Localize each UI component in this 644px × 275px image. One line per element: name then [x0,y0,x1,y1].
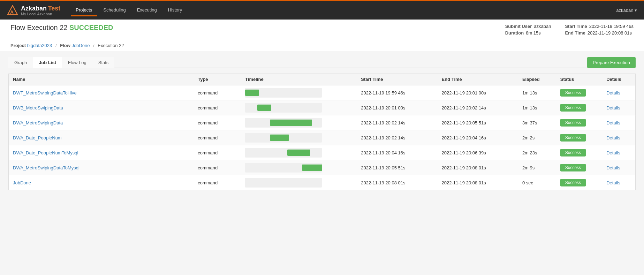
status-badge: Success [560,149,586,156]
job-end-time: 2022-11-19 20:08 01s [438,160,518,175]
table-row: DWA_MetroSwipingDataToMysqlcommand2022-1… [9,160,636,175]
job-end-time: 2022-11-19 20:04 16s [438,130,518,145]
tab-flow-log[interactable]: Flow Log [62,57,92,68]
timeline-container [245,88,322,98]
start-time-row: Start Time 2022-11-19 19:59 46s [565,24,634,29]
job-details-cell: Details [602,85,635,100]
status-badge: Success [560,179,586,186]
details-link[interactable]: Details [606,120,620,125]
project-link[interactable]: bigdata2023 [27,43,52,48]
details-link[interactable]: Details [606,105,620,110]
nav-projects[interactable]: Projects [71,5,97,16]
job-timeline [241,175,357,190]
status-badge: Success [560,164,586,171]
job-name-link[interactable]: DWA_MetroSwipingData [13,120,63,125]
timeline-bar [245,90,259,96]
table-row: DWA_Date_PeopleNumToMysqlcommand2022-11-… [9,145,636,160]
nav-history[interactable]: History [163,5,187,16]
flow-execution-label: Flow Execution 22 [10,24,67,31]
azkaban-logo: A [7,5,18,16]
details-link[interactable]: Details [606,90,620,96]
details-link[interactable]: Details [606,150,620,155]
tab-job-list[interactable]: Job List [33,57,62,68]
timeline-container [245,178,322,188]
start-time-label: Start Time [565,24,587,29]
table-row: DWA_MetroSwipingDatacommand2022-11-19 20… [9,115,636,130]
job-start-time: 2022-11-19 20:02 14s [357,115,437,130]
job-table: Name Type Timeline Start Time End Time E… [8,74,636,190]
flow-link[interactable]: JobDone [71,43,90,48]
col-header-status: Status [556,74,602,85]
breadcrumb: Project bigdata2023 / Flow JobDone / Exe… [0,40,644,51]
brand-env: Test [48,5,61,12]
nav-executing[interactable]: Executing [132,5,162,16]
timeline-bar [270,135,289,141]
status-badge: Success [560,89,586,97]
duration-label: Duration [505,30,524,36]
timeline-container [245,118,322,128]
tab-graph[interactable]: Graph [8,57,33,68]
job-type: command [194,175,241,190]
execution-label: Execution [98,43,118,48]
job-elapsed: 1m 13s [518,100,556,115]
status-badge: Success [560,119,586,127]
job-status: Success [556,100,602,115]
submit-user-value: azkaban [534,24,551,29]
job-elapsed: 2m 9s [518,160,556,175]
brand-sub: My Local Azkaban [21,12,60,16]
timeline-container [245,133,322,143]
execution-num: 22 [119,43,124,48]
details-link[interactable]: Details [606,165,620,170]
brand: A Azkaban Test My Local Azkaban [7,5,60,16]
job-name-link[interactable]: JobDone [13,180,31,185]
job-status: Success [556,160,602,175]
details-link[interactable]: Details [606,180,620,185]
flow-title-section: Flow Execution 22 SUCCEEDED [10,24,113,32]
job-start-time: 2022-11-19 20:05 51s [357,160,437,175]
job-elapsed: 0 sec [518,175,556,190]
timeline-bar [270,120,312,126]
job-name-link[interactable]: DWA_Date_PeopleNum [13,135,62,140]
timeline-container [245,148,322,158]
duration-row: Duration 8m 15s [505,30,551,36]
prepare-execution-button[interactable]: Prepare Execution [587,57,636,68]
col-header-name: Name [9,74,194,85]
submit-user-label: Submit User [505,24,532,29]
job-details-cell: Details [602,100,635,115]
job-name-link[interactable]: DWT_MetroSwipingDataToHive [13,90,77,96]
tabs: Graph Job List Flow Log Stats [8,57,587,68]
job-elapsed: 1m 13s [518,85,556,100]
job-status: Success [556,130,602,145]
job-type: command [194,85,241,100]
job-name-link[interactable]: DWA_Date_PeopleNumToMysql [13,150,78,155]
flow-label: Flow [60,43,70,48]
job-name-link[interactable]: DWB_MetroSwipingData [13,105,63,110]
status-succeeded: SUCCEEDED [69,24,113,31]
timeline-bar [257,105,271,111]
col-header-type: Type [194,74,241,85]
job-type: command [194,130,241,145]
col-header-timeline: Timeline [241,74,357,85]
user-menu[interactable]: azkaban [616,8,637,13]
job-end-time: 2022-11-19 20:06 39s [438,145,518,160]
timeline-container [245,163,322,173]
nav-scheduling[interactable]: Scheduling [98,5,130,16]
details-link[interactable]: Details [606,135,620,140]
status-badge: Success [560,104,586,112]
job-status: Success [556,115,602,130]
status-badge: Success [560,134,586,142]
job-status: Success [556,175,602,190]
col-header-endtime: End Time [438,74,518,85]
submit-user-row: Submit User azkaban [505,24,551,29]
job-type: command [194,145,241,160]
content: Graph Job List Flow Log Stats Prepare Ex… [0,51,644,196]
job-name-link[interactable]: DWA_MetroSwipingDataToMysql [13,165,79,170]
tab-stats[interactable]: Stats [92,57,115,68]
header-bar: Flow Execution 22 SUCCEEDED Submit User … [0,20,644,40]
job-timeline [241,130,357,145]
nav-links: Projects Scheduling Executing History [71,5,616,16]
job-start-time: 2022-11-19 20:08 01s [357,175,437,190]
job-type: command [194,115,241,130]
col-header-starttime: Start Time [357,74,437,85]
timeline-container [245,103,322,113]
